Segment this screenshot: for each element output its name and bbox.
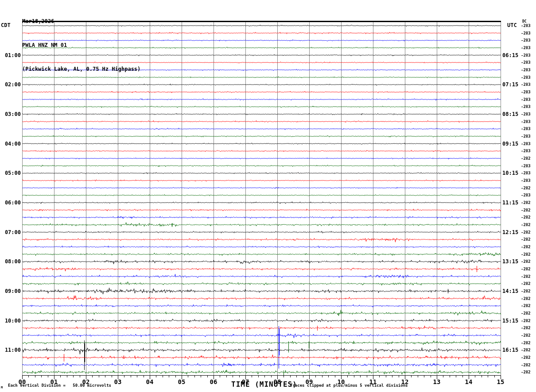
title-station: PWLA HNZ NM 01 bbox=[22, 42, 140, 49]
dc-value: -282 bbox=[521, 281, 531, 286]
x-tick-label: 05 bbox=[175, 378, 189, 385]
dc-value: -282 bbox=[521, 245, 531, 249]
cdt-time-label: 06:00 bbox=[0, 200, 21, 206]
dc-value: -282 bbox=[521, 274, 531, 279]
dc-value: -283 bbox=[521, 164, 531, 168]
utc-time-label: 13:15 bbox=[502, 258, 518, 265]
dc-value: -283 bbox=[521, 142, 531, 146]
dc-value: -283 bbox=[521, 193, 531, 197]
dc-value: -283 bbox=[521, 171, 531, 175]
cdt-time-label: 03:00 bbox=[0, 111, 21, 117]
utc-time-label: 09:15 bbox=[502, 141, 518, 147]
dc-value: -282 bbox=[521, 230, 531, 234]
utc-time-label: 10:15 bbox=[502, 170, 518, 176]
dc-value: -282 bbox=[521, 326, 531, 330]
dc-value: -282 bbox=[521, 355, 531, 360]
dc-value: -282 bbox=[521, 319, 531, 323]
cdt-time-label: 05:00 bbox=[0, 170, 21, 176]
cdt-time-label: 04:00 bbox=[0, 141, 21, 147]
dc-value: -283 bbox=[521, 75, 531, 80]
dc-value: -282 bbox=[521, 208, 531, 212]
cdt-time-label: 08:00 bbox=[0, 258, 21, 265]
dc-value: -282 bbox=[521, 304, 531, 308]
cdt-time-label: 09:00 bbox=[0, 288, 21, 294]
left-axis-header-cdt: CDT bbox=[1, 22, 11, 28]
cdt-time-label: 10:00 bbox=[0, 318, 21, 324]
dc-value: -282 bbox=[521, 252, 531, 257]
utc-time-label: 07:15 bbox=[502, 81, 518, 88]
utc-time-label: 06:15 bbox=[502, 52, 518, 58]
dc-value: -282 bbox=[521, 156, 531, 161]
dc-value: -283 bbox=[521, 97, 531, 102]
dc-value: -282 bbox=[521, 370, 531, 374]
dc-value: -282 bbox=[521, 186, 531, 190]
dc-value: -282 bbox=[521, 215, 531, 219]
utc-time-label: 08:15 bbox=[502, 111, 518, 117]
dc-value: -283 bbox=[521, 149, 531, 153]
dc-value: -283 bbox=[521, 90, 531, 94]
dc-value: -283 bbox=[521, 60, 531, 65]
utc-time-label: 14:15 bbox=[502, 288, 518, 294]
helicorder-page: { "title": { "date": "Mar18,2026", "stat… bbox=[0, 0, 536, 392]
cdt-time-label: 02:00 bbox=[0, 81, 21, 88]
x-tick-label: 15 bbox=[493, 378, 508, 385]
right-axis-header-utc: UTC bbox=[507, 22, 517, 28]
title-date: Mar18,2026 bbox=[22, 18, 140, 25]
dc-value: -283 bbox=[521, 112, 531, 116]
dc-value: -283 bbox=[521, 46, 531, 50]
dc-value: -283 bbox=[521, 127, 531, 131]
x-tick-label: 04 bbox=[143, 378, 157, 385]
dc-value: -282 bbox=[521, 341, 531, 345]
dc-value: -282 bbox=[521, 363, 531, 367]
title-block: Mar18,2026 PWLA HNZ NM 01 (Pickwick Lake… bbox=[22, 1, 140, 81]
dc-value: -283 bbox=[521, 119, 531, 124]
utc-time-label: 11:15 bbox=[502, 200, 518, 206]
dc-value: -282 bbox=[521, 267, 531, 271]
dc-value: -283 bbox=[521, 31, 531, 35]
dc-value: -283 bbox=[521, 53, 531, 58]
dc-value: -282 bbox=[521, 348, 531, 352]
dc-value: -282 bbox=[521, 259, 531, 264]
dc-column-header: DC bbox=[522, 19, 527, 23]
x-tick-label: 06 bbox=[206, 378, 221, 385]
dc-value: -283 bbox=[521, 82, 531, 87]
dc-value: -282 bbox=[521, 289, 531, 293]
x-tick-label: 13 bbox=[430, 378, 444, 385]
dc-value: -282 bbox=[521, 311, 531, 315]
utc-time-label: 15:15 bbox=[502, 318, 518, 324]
dc-value: -282 bbox=[521, 296, 531, 301]
dc-value: -283 bbox=[521, 68, 531, 72]
dc-value: -283 bbox=[521, 104, 531, 109]
footer-watermark: M bbox=[1, 386, 3, 389]
dc-value: -282 bbox=[521, 237, 531, 242]
cdt-time-label: 01:00 bbox=[0, 52, 21, 58]
dc-value: -282 bbox=[521, 333, 531, 338]
footer-clip-note: Traces clipped at plus/minus 5 vertical … bbox=[290, 383, 408, 388]
title-subtitle: (Pickwick Lake, AL, 0.75 Hz Highpass) bbox=[22, 65, 140, 73]
dc-value: -282 bbox=[521, 200, 531, 205]
dc-value: -283 bbox=[521, 23, 531, 28]
x-tick-label: 03 bbox=[111, 378, 125, 385]
x-tick-label: 14 bbox=[462, 378, 476, 385]
utc-time-label: 12:15 bbox=[502, 229, 518, 235]
footer-scale-note: Each Vertical Division = 50.00 microvolt… bbox=[8, 383, 111, 388]
dc-value: -283 bbox=[521, 38, 531, 42]
utc-time-label: 16:15 bbox=[502, 347, 518, 353]
dc-value: -283 bbox=[521, 178, 531, 183]
dc-value: -283 bbox=[521, 134, 531, 138]
dc-value: -282 bbox=[521, 223, 531, 227]
cdt-time-label: 07:00 bbox=[0, 229, 21, 235]
cdt-time-label: 11:00 bbox=[0, 347, 21, 353]
x-axis-title: TIME (MINUTES) bbox=[231, 380, 297, 388]
